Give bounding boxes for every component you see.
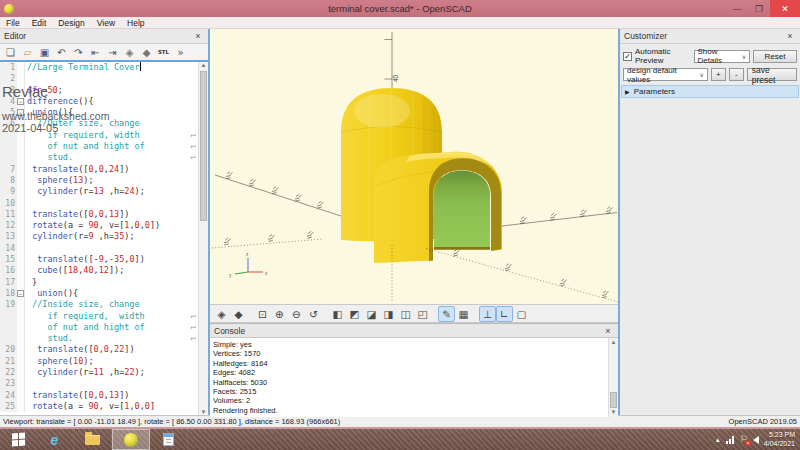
code-line: of nut and hight of↩ [0, 141, 198, 152]
editor-scroll-thumb[interactable] [200, 71, 207, 221]
editor-close-icon[interactable]: × [192, 31, 204, 41]
menu-design[interactable]: Design [52, 18, 90, 28]
editor-new-file-button[interactable]: ❏ [2, 44, 19, 60]
view-all-button[interactable]: ⊡ [254, 306, 271, 322]
save-preset-button[interactable]: save preset [747, 68, 797, 81]
console-scrollbar[interactable]: ▲ ▼ [608, 338, 618, 417]
editor-unindent-button[interactable]: ⇤ [87, 44, 104, 60]
editor-export-stl-button[interactable]: STL [155, 44, 172, 60]
show-scale-markers-button[interactable]: ∟ [496, 306, 513, 322]
show-wireframe-button[interactable]: ▦ [455, 306, 472, 322]
reset-button[interactable]: Reset [753, 50, 797, 63]
add-preset-button[interactable]: + [711, 68, 726, 81]
menu-view[interactable]: View [91, 18, 121, 28]
view-bottom-button[interactable]: ◪ [363, 306, 380, 322]
menu-edit[interactable]: Edit [26, 18, 53, 28]
automatic-preview-checkbox[interactable]: ✓ [623, 52, 632, 61]
show-surfaces-button[interactable]: ✎ [438, 306, 455, 322]
code-line: 11 translate([0,0,13]) [0, 209, 198, 220]
menu-file[interactable]: File [0, 18, 26, 28]
version-label: OpenSCAD 2019.05 [729, 417, 797, 426]
title-bar[interactable]: terminal cover.scad* - OpenSCAD — ❐ ✕ [0, 0, 800, 17]
close-button[interactable]: ✕ [770, 0, 800, 17]
start-button[interactable] [0, 429, 36, 450]
code-line: 9 cylinder(r=13 ,h=24); [0, 186, 198, 197]
editor-redo-button[interactable]: ↷ [70, 44, 87, 60]
console-scroll-thumb[interactable] [610, 392, 617, 408]
folder-icon [85, 435, 100, 445]
show-axes-button[interactable]: ⊥ [479, 306, 496, 322]
view-back-button[interactable]: ◰ [414, 306, 431, 322]
view-right-button[interactable]: ◧ [329, 306, 346, 322]
scroll-down-icon[interactable]: ▼ [199, 409, 208, 415]
system-tray: ▲ ⚐× 5:23 PM 4/04/2021 [715, 429, 800, 450]
taskbar-item-internet-explorer[interactable]: e [36, 429, 74, 450]
zoom-in-button[interactable]: ⊕ [271, 306, 288, 322]
editor-preview-button[interactable]: ◈ [121, 44, 138, 60]
center-column: 40 [210, 29, 618, 415]
scroll-up-icon[interactable]: ▲ [199, 62, 208, 68]
customizer-header: Customizer × [620, 29, 800, 44]
menu-help[interactable]: Help [121, 18, 150, 28]
taskbar-item-openscad[interactable] [112, 429, 150, 450]
code-line: 24 translate([0,0,13]) [0, 390, 198, 401]
expander-icon[interactable]: ▶ [625, 88, 630, 95]
editor-indent-button[interactable]: ⇥ [104, 44, 121, 60]
maximize-button[interactable]: ❐ [748, 0, 770, 17]
view-left-button[interactable]: ◨ [380, 306, 397, 322]
customizer-close-icon[interactable]: × [784, 31, 796, 41]
parameters-group[interactable]: ▶ Parameters [621, 85, 799, 98]
code-line: if requierd, width↩ [0, 311, 198, 322]
render-button[interactable]: ◆ [230, 306, 247, 322]
code-editor[interactable]: 1//Large Terminal Cover23$fn=50;4−differ… [0, 62, 208, 415]
viewport-3d[interactable]: 40 [210, 29, 618, 304]
action-center-flag-icon[interactable]: ⚐× [740, 435, 748, 444]
line-number: 13 [0, 231, 17, 242]
minimize-button[interactable]: — [726, 0, 748, 17]
line-number: 17 [0, 277, 17, 288]
code-line: 1//Large Terminal Cover [0, 62, 198, 73]
scroll-down-icon[interactable]: ▼ [609, 408, 618, 417]
code-lines[interactable]: 1//Large Terminal Cover23$fn=50;4−differ… [0, 62, 198, 415]
speaker-icon[interactable] [753, 436, 759, 444]
console-close-icon[interactable]: × [602, 326, 614, 336]
customizer-row-1: ✓ Automatic Preview Show Details ∨ Reset [620, 44, 800, 65]
reset-view-button[interactable]: ↺ [305, 306, 322, 322]
show-hidden-icons-button[interactable]: ▲ [715, 437, 721, 443]
editor-undo-button[interactable]: ↶ [53, 44, 70, 60]
customizer-title: Customizer [624, 31, 667, 41]
model-arch-cover [374, 152, 502, 263]
line-number [0, 152, 17, 163]
editor-open-button[interactable]: ▱ [19, 44, 36, 60]
editor-save-button[interactable]: ▣ [36, 44, 53, 60]
taskbar-item-notepad[interactable] [150, 429, 188, 450]
network-icon[interactable] [726, 436, 735, 444]
orthogonal-view-button[interactable]: ▢ [513, 306, 530, 322]
preview-button[interactable]: ◈ [213, 306, 230, 322]
preset-dropdown[interactable]: design default values ∨ [623, 68, 708, 81]
main-area: Editor × ❏▱▣↶↷⇤⇥◈◆STL» 1//Large Terminal… [0, 29, 800, 415]
remove-preset-button[interactable]: - [729, 68, 744, 81]
line-number: 7 [0, 164, 17, 175]
scroll-up-icon[interactable]: ▲ [609, 338, 618, 347]
code-line: 21 sphere(10); [0, 356, 198, 367]
fold-marker-icon[interactable]: − [17, 290, 24, 297]
editor-render-button[interactable]: ◆ [138, 44, 155, 60]
view-top-button[interactable]: ◩ [346, 306, 363, 322]
line-number: 1 [0, 62, 17, 73]
code-line: 22 cylinder(r=11 ,h=22); [0, 367, 198, 378]
code-line: stud.↩ [0, 333, 198, 344]
editor-scrollbar[interactable]: ▲ ▼ [198, 62, 208, 415]
code-line: 2 [0, 73, 198, 84]
taskbar: e ▲ ⚐× 5:23 PM 4/04/2021 [0, 427, 800, 450]
fold-marker-icon[interactable]: − [17, 109, 24, 116]
taskbar-clock[interactable]: 5:23 PM 4/04/2021 [764, 431, 795, 448]
taskbar-item-file-explorer[interactable] [74, 429, 112, 450]
zoom-out-button[interactable]: ⊖ [288, 306, 305, 322]
fold-marker-icon[interactable]: − [17, 98, 24, 105]
console-output[interactable]: ▲ ▼ Simple: yesVertices: 1570Halfedges: … [210, 338, 618, 417]
editor-more-button[interactable]: » [172, 44, 189, 60]
show-details-dropdown[interactable]: Show Details ∨ [694, 50, 751, 63]
chevron-down-icon: ∨ [695, 71, 704, 78]
view-front-button[interactable]: ◫ [397, 306, 414, 322]
